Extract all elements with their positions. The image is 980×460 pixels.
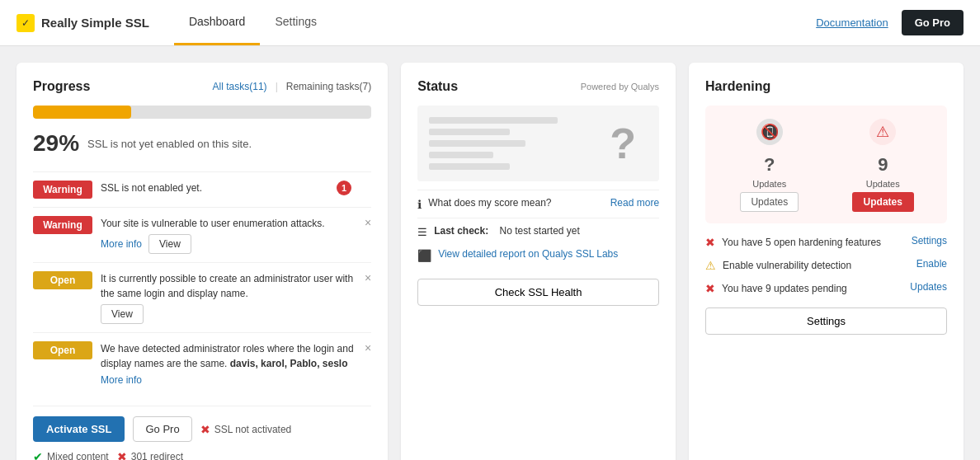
- close-icon[interactable]: ×: [365, 216, 371, 229]
- status-line: [429, 117, 558, 124]
- progress-card: Progress All tasks(11) | Remaining tasks…: [16, 63, 388, 460]
- task-item: Warning Your site is vulnerable to user …: [33, 207, 371, 262]
- progress-summary: 29% SSL is not yet enabled on this site.: [33, 130, 371, 157]
- warning-badge: Warning: [33, 216, 92, 234]
- progress-card-footer: Activate SSL Go Pro ✖ SSL not activated …: [33, 406, 371, 460]
- status-line: [429, 140, 525, 147]
- success-icon: ✔: [33, 450, 43, 460]
- remaining-tasks: Remaining tasks(7): [286, 81, 371, 92]
- hardening-settings-button[interactable]: Settings: [705, 307, 947, 335]
- activate-ssl-button[interactable]: Activate SSL: [33, 416, 125, 442]
- tasks-list: Warning SSL is not enabled yet. 1 Warnin…: [33, 171, 371, 394]
- status-line: [429, 163, 509, 170]
- status-info-row-lastcheck: ☰ Last check: No test started yet: [417, 218, 659, 245]
- warning-icon: ⚠: [705, 259, 716, 272]
- view-button[interactable]: View: [148, 234, 191, 254]
- tab-settings[interactable]: Settings: [260, 0, 332, 45]
- status-title: Status: [417, 79, 458, 94]
- progress-percent: 29%: [33, 130, 79, 157]
- hardening-row-2: ⚠ Enable vulnerability detection Enable: [705, 258, 947, 273]
- task-text: Your site is vulnerable to user enumerat…: [101, 216, 356, 231]
- task-item: Open It is currently possible to create …: [33, 262, 371, 332]
- go-pro-nav-button[interactable]: Go Pro: [902, 10, 964, 35]
- svg-text:⚠: ⚠: [876, 124, 889, 140]
- settings-link-1[interactable]: Settings: [912, 235, 947, 246]
- status-info-row-score: ℹ What does my score mean? Read more: [417, 190, 659, 218]
- hardening-row-1: ✖ You have 5 open hardening features Set…: [705, 235, 947, 250]
- mixed-content-indicator: ✔ Mixed content: [33, 450, 109, 460]
- read-more-link[interactable]: Read more: [610, 197, 659, 209]
- status-info-row-report: ⬛ View detailed report on Qualys SSL Lab…: [417, 245, 659, 269]
- hardening-item-2: ⚠ 9 Updates Updates: [831, 117, 935, 212]
- view-button[interactable]: View: [101, 304, 144, 324]
- error-icon: ✖: [200, 423, 210, 436]
- logo-icon: ✓: [16, 14, 35, 32]
- error-icon: ✖: [705, 282, 715, 295]
- progress-title: Progress: [33, 79, 90, 94]
- list-icon: ☰: [417, 226, 427, 238]
- updates-icon-2: ⚠: [868, 117, 898, 151]
- more-info-link[interactable]: More info: [101, 374, 142, 386]
- svg-text:📵: 📵: [761, 123, 780, 141]
- updates-button-2[interactable]: Updates: [852, 192, 914, 212]
- progress-card-header: Progress All tasks(11) | Remaining tasks…: [33, 79, 371, 94]
- qualys-report-link[interactable]: View detailed report on Qualys SSL Labs: [438, 248, 618, 260]
- hardening-grid: 📵 ? Updates Updates ⚠ 9: [717, 117, 935, 212]
- close-icon[interactable]: ×: [365, 341, 371, 354]
- ssl-status-indicator: ✖ SSL not activated: [200, 423, 292, 436]
- hardening-item-1: 📵 ? Updates Updates: [717, 117, 822, 212]
- task-content: Your site is vulnerable to user enumerat…: [101, 216, 356, 254]
- ssl-not-activated-text: SSL not activated: [214, 424, 292, 435]
- top-navigation: ✓ Really Simple SSL Dashboard Settings D…: [0, 0, 980, 46]
- documentation-link[interactable]: Documentation: [816, 16, 888, 29]
- close-icon[interactable]: ×: [365, 271, 371, 284]
- all-tasks-link[interactable]: All tasks(11): [213, 81, 267, 92]
- progress-description: SSL is not yet enabled on this site.: [87, 138, 252, 150]
- status-card: Status Powered by Qualys ? ℹ What does m…: [401, 63, 676, 460]
- redirect-indicator: ✖ 301 redirect: [117, 450, 183, 460]
- check-ssl-health-button[interactable]: Check SSL Health: [417, 279, 659, 306]
- progress-header-links: All tasks(11) | Remaining tasks(7): [213, 81, 372, 92]
- status-card-header: Status Powered by Qualys: [417, 79, 659, 94]
- task-content: It is currently possible to create an ad…: [101, 271, 356, 324]
- task-item: Open We have detected administrator role…: [33, 332, 371, 394]
- task-number-badge: 1: [337, 181, 351, 195]
- status-question-mark: ?: [598, 117, 648, 170]
- hardening-card: Hardening 📵 ? Updates Updates: [689, 63, 964, 460]
- progress-bar-container: [33, 106, 371, 119]
- task-content: We have detected administrator roles whe…: [101, 341, 356, 386]
- main-content: Progress All tasks(11) | Remaining tasks…: [0, 46, 980, 460]
- hardening-num-1: ?: [764, 154, 775, 176]
- task-text: We have detected administrator roles whe…: [101, 341, 356, 371]
- hardening-num-2: 9: [878, 154, 888, 176]
- progress-bar-fill: [33, 106, 131, 119]
- last-check-text: Last check: No test started yet: [434, 225, 659, 237]
- hardening-row-3: ✖ You have 9 updates pending Updates: [705, 281, 947, 296]
- status-placeholder: ?: [417, 106, 659, 181]
- nav-right: Documentation Go Pro: [816, 10, 964, 35]
- task-actions: More info View: [101, 234, 356, 254]
- info-icon: ℹ: [417, 198, 422, 211]
- task-text: SSL is not enabled yet.: [101, 181, 371, 195]
- hardening-row-text-1: You have 5 open hardening features: [722, 235, 905, 250]
- go-pro-footer-button[interactable]: Go Pro: [133, 416, 191, 442]
- updates-icon-1: 📵: [755, 117, 784, 151]
- powered-by: Powered by Qualys: [581, 82, 659, 92]
- warning-badge: Warning: [33, 181, 92, 199]
- task-item: Warning SSL is not enabled yet. 1: [33, 171, 371, 207]
- logo-text: Really Simple SSL: [41, 16, 149, 30]
- hardening-rows: ✖ You have 5 open hardening features Set…: [705, 235, 947, 296]
- more-info-link[interactable]: More info: [101, 238, 142, 250]
- tab-dashboard[interactable]: Dashboard: [174, 0, 261, 45]
- error-icon: ✖: [705, 236, 715, 249]
- enable-link[interactable]: Enable: [916, 258, 947, 270]
- task-actions: More info: [101, 374, 356, 386]
- hardening-row-text-2: Enable vulnerability detection: [723, 258, 910, 273]
- external-link-icon: ⬛: [417, 249, 431, 262]
- task-actions: View: [101, 304, 356, 324]
- updates-link[interactable]: Updates: [910, 281, 947, 293]
- updates-button-1[interactable]: Updates: [740, 192, 799, 212]
- hardening-items-bg: 📵 ? Updates Updates ⚠ 9: [705, 106, 947, 223]
- open-badge: Open: [33, 271, 92, 289]
- nav-tabs: Dashboard Settings: [174, 0, 332, 45]
